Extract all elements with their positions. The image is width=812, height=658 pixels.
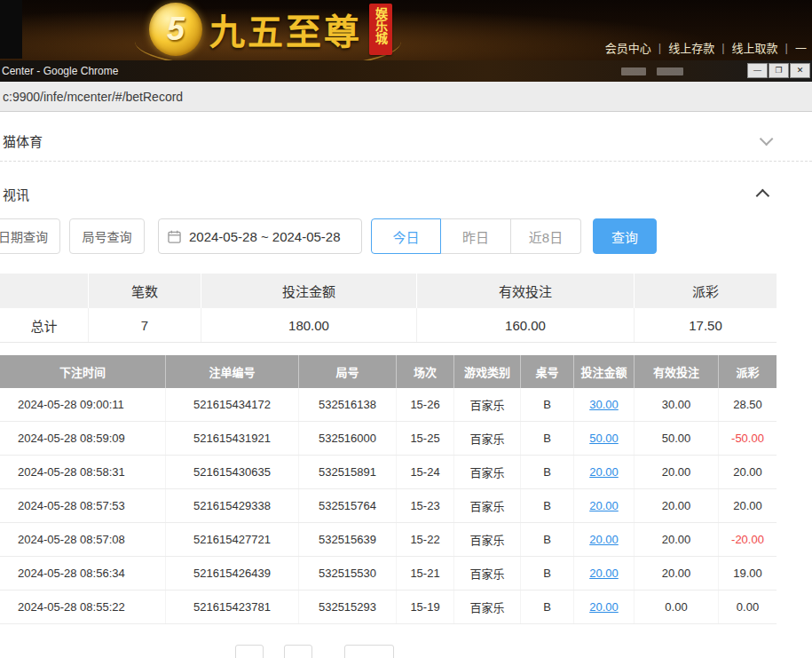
- screen: 5 九五至尊 娱乐城 会员中心| 线上存款| 线上取款| 一 Center - …: [0, 0, 812, 658]
- cell-order-no: 521615426439: [166, 557, 299, 590]
- close-icon: ✕: [797, 67, 804, 75]
- bet-amount-link[interactable]: 20.00: [589, 533, 619, 546]
- cell-order-no: 521615431921: [166, 422, 299, 455]
- cell-bet-amount: 30.00: [574, 388, 635, 421]
- date-query-button[interactable]: 日期查询: [0, 218, 60, 254]
- today-button[interactable]: 今日: [371, 218, 441, 254]
- cell-bet-time: 2024-05-28 09:00:11: [0, 388, 166, 421]
- summary-header-row: 笔数 投注金额 有效投注 派彩: [0, 274, 777, 308]
- date-range-value: 2024-05-28 ~ 2024-05-28: [189, 229, 341, 244]
- bet-amount-link[interactable]: 20.00: [589, 567, 619, 580]
- cell-bet-time: 2024-05-28 08:57:53: [0, 489, 166, 522]
- browser-window: Center - Google Chrome — ❐ ✕ c:9900/infe…: [0, 60, 812, 658]
- cell-table-no: B: [521, 557, 574, 590]
- filter-bar: 日期查询 局号查询 2024-05-28 ~ 2024-05-28 今日 昨日 …: [0, 218, 812, 254]
- yesterday-button[interactable]: 昨日: [441, 218, 511, 254]
- section-sports[interactable]: 猫体育: [0, 120, 812, 162]
- background-strip: [0, 0, 22, 59]
- bet-amount-link[interactable]: 20.00: [589, 465, 619, 479]
- cell-bet-amount: 50.00: [574, 422, 635, 455]
- cell-table-no: B: [521, 523, 574, 556]
- nav-online-withdraw[interactable]: 线上取款: [732, 39, 778, 56]
- col-header-order-no: 注单编号: [166, 355, 299, 388]
- nav-member-center[interactable]: 会员中心: [605, 39, 651, 56]
- cell-session: 15-24: [397, 456, 454, 488]
- cell-game-type: 百家乐: [454, 388, 521, 421]
- summary-valid-bet-value: 160.00: [417, 308, 635, 342]
- cell-order-no: 521615423781: [166, 591, 299, 623]
- cell-valid-bet: 30.00: [635, 388, 719, 421]
- cell-round-no: 532515639: [299, 523, 397, 556]
- summary-table: 笔数 投注金额 有效投注 派彩 总计 7 180.00 160.00 17.50: [0, 274, 777, 343]
- chevron-down-icon: [760, 131, 774, 146]
- window-controls: — ❐ ✕: [747, 63, 810, 78]
- bet-amount-link[interactable]: 20.00: [589, 600, 619, 614]
- cell-valid-bet: 20.00: [635, 456, 719, 488]
- section-sports-label: 猫体育: [3, 131, 43, 150]
- pagination-prev-button[interactable]: [235, 645, 264, 658]
- cell-round-no: 532515293: [299, 591, 397, 623]
- bet-amount-link[interactable]: 50.00: [589, 432, 619, 445]
- cell-bet-amount: 20.00: [574, 557, 635, 590]
- summary-header-count: 笔数: [89, 274, 201, 308]
- search-button[interactable]: 查询: [593, 218, 657, 254]
- minimize-button[interactable]: —: [747, 63, 768, 78]
- col-header-game-type: 游戏类别: [454, 355, 521, 388]
- cell-order-no: 521615429338: [166, 489, 299, 522]
- coin-icon: 5: [149, 3, 202, 56]
- cell-session: 15-25: [397, 422, 454, 455]
- cell-round-no: 532515764: [299, 489, 397, 522]
- cell-bet-time: 2024-05-28 08:59:09: [0, 422, 166, 455]
- cell-valid-bet: 50.00: [635, 422, 719, 455]
- quick-range-group: 今日 昨日 近8日: [371, 218, 581, 254]
- close-button[interactable]: ✕: [790, 63, 810, 78]
- cell-order-no: 521615434172: [166, 388, 299, 421]
- minimize-icon: —: [753, 67, 761, 75]
- date-range-input[interactable]: 2024-05-28 ~ 2024-05-28: [158, 218, 362, 254]
- pagination: [0, 645, 812, 658]
- table-row: 2024-05-28 08:56:34 521615426439 5325155…: [0, 557, 777, 591]
- cell-valid-bet: 0.00: [635, 591, 719, 623]
- cell-valid-bet: 20.00: [635, 489, 719, 522]
- bet-table-body: 2024-05-28 09:00:11 521615434172 5325161…: [0, 388, 777, 624]
- cell-session: 15-19: [397, 591, 454, 623]
- summary-header-empty: [0, 274, 89, 308]
- cell-payout: 19.00: [719, 557, 777, 590]
- table-row: 2024-05-28 08:57:08 521615427721 5325156…: [0, 523, 777, 557]
- maximize-button[interactable]: ❐: [769, 63, 789, 78]
- cell-game-type: 百家乐: [454, 591, 521, 623]
- brand-text: 九五至尊: [209, 4, 362, 55]
- table-row: 2024-05-28 08:59:09 521615431921 5325160…: [0, 422, 777, 456]
- cell-payout: 0.00: [719, 591, 777, 623]
- cell-bet-time: 2024-05-28 08:55:22: [0, 591, 166, 623]
- cell-round-no: 532516138: [299, 388, 397, 421]
- table-row: 2024-05-28 09:00:11 521615434172 5325161…: [0, 388, 777, 422]
- cell-bet-amount: 20.00: [574, 523, 635, 556]
- cell-payout: -20.00: [719, 523, 777, 556]
- browser-title-bar[interactable]: Center - Google Chrome — ❐ ✕: [0, 60, 812, 82]
- col-header-table-no: 桌号: [521, 355, 574, 388]
- cell-game-type: 百家乐: [454, 456, 521, 488]
- site-logo[interactable]: 5 九五至尊 娱乐城: [149, 3, 392, 56]
- cell-payout: 20.00: [719, 489, 777, 522]
- round-query-button[interactable]: 局号查询: [69, 218, 145, 254]
- bet-record-page: 猫体育 视讯 日期查询 局号查询 2024-05-28 ~ 2024-: [0, 112, 812, 658]
- nav-more[interactable]: 一: [795, 39, 807, 56]
- pagination-page-button[interactable]: [284, 645, 312, 658]
- url-bar[interactable]: c:9900/infe/mcenter/#/betRecord: [0, 82, 812, 112]
- pagination-size-select[interactable]: [344, 645, 394, 658]
- nav-separator: |: [658, 41, 661, 54]
- section-video[interactable]: 视讯: [0, 174, 812, 213]
- cell-bet-time: 2024-05-28 08:58:31: [0, 456, 166, 488]
- table-row: 2024-05-28 08:57:53 521615429338 5325157…: [0, 489, 777, 523]
- bet-amount-link[interactable]: 30.00: [589, 398, 619, 411]
- nav-online-deposit[interactable]: 线上存款: [668, 39, 714, 56]
- brand-badge: 娱乐城: [369, 4, 392, 55]
- nav-separator: |: [721, 41, 724, 54]
- cell-session: 15-21: [397, 557, 454, 590]
- cell-payout: -50.00: [719, 422, 777, 455]
- bet-amount-link[interactable]: 20.00: [589, 499, 619, 512]
- recent8-button[interactable]: 近8日: [511, 218, 581, 254]
- cell-payout: 20.00: [719, 456, 777, 488]
- table-row: 2024-05-28 08:58:31 521615430635 5325158…: [0, 456, 777, 489]
